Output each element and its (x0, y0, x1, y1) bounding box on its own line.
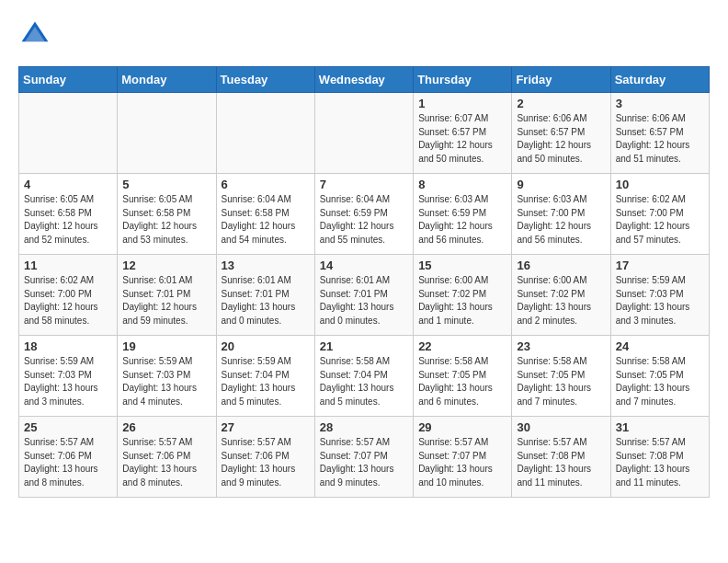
calendar-cell: 12Sunrise: 6:01 AM Sunset: 7:01 PM Dayli… (118, 255, 216, 336)
day-number: 15 (418, 259, 506, 272)
weekday-header-friday: Friday (512, 67, 610, 93)
day-number: 2 (517, 97, 605, 110)
calendar-cell: 19Sunrise: 5:59 AM Sunset: 7:03 PM Dayli… (118, 336, 216, 417)
day-info: Sunrise: 5:57 AM Sunset: 7:08 PM Dayligh… (517, 436, 605, 489)
calendar-week-3: 11Sunrise: 6:02 AM Sunset: 7:00 PM Dayli… (19, 255, 710, 336)
calendar-cell: 28Sunrise: 5:57 AM Sunset: 7:07 PM Dayli… (314, 417, 413, 498)
calendar-cell: 10Sunrise: 6:02 AM Sunset: 7:00 PM Dayli… (610, 174, 709, 255)
day-number: 10 (616, 178, 704, 191)
calendar-cell: 2Sunrise: 6:06 AM Sunset: 6:57 PM Daylig… (512, 93, 610, 174)
calendar-cell: 30Sunrise: 5:57 AM Sunset: 7:08 PM Dayli… (512, 417, 610, 498)
day-number: 26 (122, 420, 210, 434)
calendar-cell (118, 93, 216, 174)
day-info: Sunrise: 5:58 AM Sunset: 7:04 PM Dayligh… (320, 355, 408, 408)
weekday-header-wednesday: Wednesday (314, 67, 413, 93)
calendar-cell: 23Sunrise: 5:58 AM Sunset: 7:05 PM Dayli… (512, 336, 610, 417)
day-info: Sunrise: 6:01 AM Sunset: 7:01 PM Dayligh… (222, 274, 310, 327)
day-number: 23 (517, 339, 605, 353)
day-info: Sunrise: 6:05 AM Sunset: 6:58 PM Dayligh… (122, 193, 210, 247)
calendar-cell: 7Sunrise: 6:04 AM Sunset: 6:59 PM Daylig… (314, 174, 413, 255)
day-info: Sunrise: 6:01 AM Sunset: 7:01 PM Dayligh… (122, 274, 210, 327)
day-info: Sunrise: 6:03 AM Sunset: 6:59 PM Dayligh… (418, 193, 506, 247)
calendar-week-1: 1Sunrise: 6:07 AM Sunset: 6:57 PM Daylig… (19, 93, 710, 174)
calendar-cell: 6Sunrise: 6:04 AM Sunset: 6:58 PM Daylig… (216, 174, 314, 255)
calendar-cell: 24Sunrise: 5:58 AM Sunset: 7:05 PM Dayli… (610, 336, 709, 417)
calendar-cell: 25Sunrise: 5:57 AM Sunset: 7:06 PM Dayli… (19, 417, 118, 498)
day-info: Sunrise: 6:06 AM Sunset: 6:57 PM Dayligh… (517, 112, 605, 166)
day-info: Sunrise: 6:04 AM Sunset: 6:58 PM Dayligh… (222, 193, 310, 247)
day-number: 19 (122, 339, 210, 353)
day-info: Sunrise: 6:00 AM Sunset: 7:02 PM Dayligh… (517, 274, 605, 327)
day-info: Sunrise: 5:57 AM Sunset: 7:06 PM Dayligh… (222, 436, 310, 489)
calendar-cell: 17Sunrise: 5:59 AM Sunset: 7:03 PM Dayli… (610, 255, 709, 336)
calendar-cell: 11Sunrise: 6:02 AM Sunset: 7:00 PM Dayli… (19, 255, 118, 336)
day-number: 4 (24, 178, 112, 191)
day-number: 12 (122, 259, 210, 272)
day-info: Sunrise: 5:58 AM Sunset: 7:05 PM Dayligh… (616, 355, 704, 408)
calendar-cell: 26Sunrise: 5:57 AM Sunset: 7:06 PM Dayli… (118, 417, 216, 498)
day-info: Sunrise: 6:00 AM Sunset: 7:02 PM Dayligh… (418, 274, 506, 327)
day-number: 27 (222, 420, 310, 434)
calendar-cell (216, 93, 314, 174)
day-number: 5 (122, 178, 210, 191)
calendar-header-row: SundayMondayTuesdayWednesdayThursdayFrid… (19, 67, 710, 93)
day-info: Sunrise: 5:59 AM Sunset: 7:04 PM Dayligh… (222, 355, 310, 408)
day-number: 17 (616, 259, 704, 272)
calendar-cell: 20Sunrise: 5:59 AM Sunset: 7:04 PM Dayli… (216, 336, 314, 417)
day-info: Sunrise: 5:57 AM Sunset: 7:07 PM Dayligh… (418, 436, 506, 489)
calendar-cell: 9Sunrise: 6:03 AM Sunset: 7:00 PM Daylig… (512, 174, 610, 255)
day-number: 11 (24, 259, 112, 272)
day-number: 31 (616, 420, 704, 434)
day-info: Sunrise: 5:58 AM Sunset: 7:05 PM Dayligh… (517, 355, 605, 408)
day-info: Sunrise: 5:58 AM Sunset: 7:05 PM Dayligh… (418, 355, 506, 408)
day-number: 9 (517, 178, 605, 191)
day-info: Sunrise: 6:03 AM Sunset: 7:00 PM Dayligh… (517, 193, 605, 247)
day-info: Sunrise: 5:59 AM Sunset: 7:03 PM Dayligh… (616, 274, 704, 327)
day-info: Sunrise: 5:59 AM Sunset: 7:03 PM Dayligh… (122, 355, 210, 408)
calendar-cell: 14Sunrise: 6:01 AM Sunset: 7:01 PM Dayli… (314, 255, 413, 336)
day-number: 21 (320, 339, 408, 353)
day-info: Sunrise: 5:59 AM Sunset: 7:03 PM Dayligh… (24, 355, 112, 408)
calendar-cell (19, 93, 118, 174)
calendar-cell: 27Sunrise: 5:57 AM Sunset: 7:06 PM Dayli… (216, 417, 314, 498)
day-number: 28 (320, 420, 408, 434)
calendar-cell: 16Sunrise: 6:00 AM Sunset: 7:02 PM Dayli… (512, 255, 610, 336)
weekday-header-sunday: Sunday (19, 67, 118, 93)
weekday-header-monday: Monday (118, 67, 216, 93)
calendar-cell: 22Sunrise: 5:58 AM Sunset: 7:05 PM Dayli… (414, 336, 512, 417)
day-info: Sunrise: 6:04 AM Sunset: 6:59 PM Dayligh… (320, 193, 408, 247)
day-number: 30 (517, 420, 605, 434)
calendar-cell: 18Sunrise: 5:59 AM Sunset: 7:03 PM Dayli… (19, 336, 118, 417)
day-number: 22 (418, 339, 506, 353)
calendar-cell: 4Sunrise: 6:05 AM Sunset: 6:58 PM Daylig… (19, 174, 118, 255)
day-info: Sunrise: 6:07 AM Sunset: 6:57 PM Dayligh… (418, 112, 506, 166)
day-number: 14 (320, 259, 408, 272)
calendar-cell: 29Sunrise: 5:57 AM Sunset: 7:07 PM Dayli… (414, 417, 512, 498)
logo (18, 18, 57, 52)
calendar-cell (314, 93, 413, 174)
day-number: 24 (616, 339, 704, 353)
weekday-header-thursday: Thursday (414, 67, 512, 93)
calendar-cell: 21Sunrise: 5:58 AM Sunset: 7:04 PM Dayli… (314, 336, 413, 417)
calendar-cell: 13Sunrise: 6:01 AM Sunset: 7:01 PM Dayli… (216, 255, 314, 336)
calendar-cell: 15Sunrise: 6:00 AM Sunset: 7:02 PM Dayli… (414, 255, 512, 336)
day-info: Sunrise: 6:01 AM Sunset: 7:01 PM Dayligh… (320, 274, 408, 327)
day-number: 29 (418, 420, 506, 434)
day-number: 20 (222, 339, 310, 353)
calendar-cell: 31Sunrise: 5:57 AM Sunset: 7:08 PM Dayli… (610, 417, 709, 498)
day-number: 16 (517, 259, 605, 272)
calendar-cell: 5Sunrise: 6:05 AM Sunset: 6:58 PM Daylig… (118, 174, 216, 255)
day-info: Sunrise: 6:02 AM Sunset: 7:00 PM Dayligh… (24, 274, 112, 327)
calendar-cell: 3Sunrise: 6:06 AM Sunset: 6:57 PM Daylig… (610, 93, 709, 174)
calendar-table: SundayMondayTuesdayWednesdayThursdayFrid… (18, 66, 710, 498)
day-info: Sunrise: 6:06 AM Sunset: 6:57 PM Dayligh… (616, 112, 704, 166)
weekday-header-saturday: Saturday (610, 67, 709, 93)
weekday-header-tuesday: Tuesday (216, 67, 314, 93)
day-info: Sunrise: 5:57 AM Sunset: 7:07 PM Dayligh… (320, 436, 408, 489)
day-info: Sunrise: 6:05 AM Sunset: 6:58 PM Dayligh… (24, 193, 112, 247)
day-number: 7 (320, 178, 408, 191)
calendar-cell: 1Sunrise: 6:07 AM Sunset: 6:57 PM Daylig… (414, 93, 512, 174)
calendar-week-5: 25Sunrise: 5:57 AM Sunset: 7:06 PM Dayli… (19, 417, 710, 498)
calendar-week-2: 4Sunrise: 6:05 AM Sunset: 6:58 PM Daylig… (19, 174, 710, 255)
logo-icon (18, 18, 51, 52)
